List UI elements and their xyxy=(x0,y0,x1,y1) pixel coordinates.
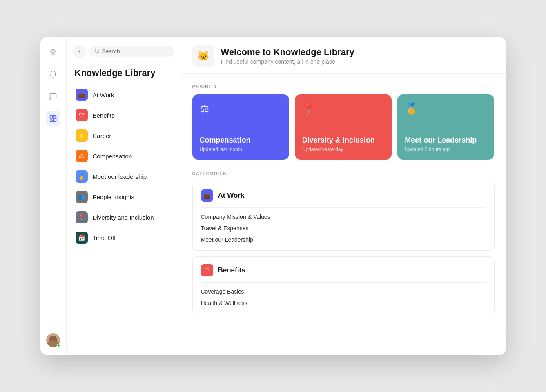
sidebar-item-career[interactable]: ⭐ Career xyxy=(71,126,176,145)
category-links-at-work: Company Mission & ValuesTravel & Expense… xyxy=(201,214,486,243)
search-icon xyxy=(94,48,100,55)
priority-card-leadership[interactable]: 🏅 Meet our Leadership Updated 2 hours ag… xyxy=(397,94,494,160)
app-window: Knowledge Library 💼 At Work 🛡 Benefits ⭐… xyxy=(40,37,506,355)
cat-icon-benefits: 🛡 xyxy=(76,109,88,121)
category-link-at-work-2[interactable]: Meet our Leadership xyxy=(201,236,486,243)
priority-card-icon-leadership: 🏅 xyxy=(405,102,487,115)
sidebar-nav: 💼 At Work 🛡 Benefits ⭐ Career ⚖ Compensa… xyxy=(67,85,181,247)
sidebar-item-benefits[interactable]: 🛡 Benefits xyxy=(71,105,176,125)
header-icon: 🐱 xyxy=(197,50,209,62)
priority-card-icon-compensation: ⚖ xyxy=(200,102,282,115)
sidebar-item-label-timeoff: Time Off xyxy=(93,234,116,241)
sidebar-item-timeoff[interactable]: 📅 Time Off xyxy=(71,228,176,247)
nav-icon-chat[interactable] xyxy=(46,89,60,104)
cat-icon-leadership: 🏅 xyxy=(76,170,88,183)
category-link-at-work-0[interactable]: Company Mission & Values xyxy=(201,214,486,220)
priority-label: PRIORITY xyxy=(192,84,495,89)
priority-card-title-compensation: Compensation xyxy=(200,136,282,145)
priority-cards: ⚖ Compensation Updated last month 📍 Dive… xyxy=(192,94,495,160)
sidebar-item-leadership[interactable]: 🏅 Meet our leadership xyxy=(71,167,176,186)
sidebar-item-label-diversity: Diversity and Inclusion xyxy=(93,214,154,221)
online-indicator xyxy=(57,344,60,347)
sidebar-item-diversity[interactable]: 📍 Diversity and Inclusion xyxy=(71,207,176,227)
svg-rect-2 xyxy=(54,118,56,122)
cat-header-icon-at-work: 💼 xyxy=(201,189,213,202)
priority-card-icon-diversity: 📍 xyxy=(302,102,384,115)
priority-card-title-diversity: Diversity & Inclusion xyxy=(302,136,384,145)
priority-card-title-leadership: Meet our Leadership xyxy=(405,136,487,145)
category-link-at-work-1[interactable]: Travel & Expenses xyxy=(201,225,486,232)
sidebar-item-label-compensation: Compensation xyxy=(93,153,132,160)
svg-rect-1 xyxy=(54,116,56,117)
priority-card-compensation[interactable]: ⚖ Compensation Updated last month xyxy=(192,94,289,160)
sidebar: Knowledge Library 💼 At Work 🛡 Benefits ⭐… xyxy=(67,37,181,355)
cat-icon-at-work: 💼 xyxy=(76,89,88,101)
sidebar-item-label-people: People Insights xyxy=(93,194,135,200)
category-link-benefits-0[interactable]: Coverage Basics xyxy=(201,288,486,295)
sidebar-search-area xyxy=(67,45,181,65)
main-header: 🐱 Welcome to Knowledge Library Find usef… xyxy=(181,37,506,74)
cat-icon-diversity: 📍 xyxy=(76,211,88,223)
main-header-title: Welcome to Knowledge Library xyxy=(221,47,354,58)
cat-icon-people: 👥 xyxy=(76,191,88,203)
category-header-at-work: 💼 At Work xyxy=(201,189,486,208)
sidebar-title: Knowledge Library xyxy=(67,65,181,85)
priority-card-sub-compensation: Updated last month xyxy=(200,147,282,152)
cat-icon-compensation: ⚖ xyxy=(76,150,88,162)
sidebar-item-compensation[interactable]: ⚖ Compensation xyxy=(71,146,176,166)
search-input[interactable] xyxy=(102,48,169,55)
priority-card-sub-leadership: Updated 2 hours ago xyxy=(405,147,487,152)
priority-card-sub-diversity: Updated yesterday xyxy=(302,147,384,152)
sidebar-item-at-work[interactable]: 💼 At Work xyxy=(71,85,176,105)
category-link-benefits-1[interactable]: Health & Wellness xyxy=(201,300,486,306)
priority-card-diversity[interactable]: 📍 Diversity & Inclusion Updated yesterda… xyxy=(295,94,392,160)
nav-icon-bell[interactable] xyxy=(46,67,60,82)
category-header-benefits: 🛡 Benefits xyxy=(201,264,486,283)
sidebar-item-label-career: Career xyxy=(93,132,111,139)
back-button[interactable] xyxy=(73,45,86,58)
svg-rect-3 xyxy=(50,120,53,121)
sidebar-item-label-leadership: Meet our leadership xyxy=(93,173,147,180)
categories-label: CATEGORIES xyxy=(192,171,495,176)
nav-icon-library[interactable] xyxy=(46,111,60,126)
content-area: PRIORITY ⚖ Compensation Updated last mon… xyxy=(181,74,506,324)
category-header-title-at-work: At Work xyxy=(218,192,245,200)
category-card-at-work: 💼 At Work Company Mission & ValuesTravel… xyxy=(192,182,495,251)
sidebar-item-people[interactable]: 👥 People Insights xyxy=(71,187,176,207)
header-icon-box: 🐱 xyxy=(192,45,214,67)
category-links-benefits: Coverage BasicsHealth & Wellness xyxy=(201,288,486,306)
cat-header-icon-benefits: 🛡 xyxy=(201,264,213,276)
category-card-benefits: 🛡 Benefits Coverage BasicsHealth & Welln… xyxy=(192,256,495,314)
icon-rail xyxy=(40,37,67,355)
sidebar-item-label-at-work: At Work xyxy=(93,91,114,98)
cat-icon-career: ⭐ xyxy=(76,129,88,142)
nav-icon-home[interactable] xyxy=(46,45,60,60)
categories-section: 💼 At Work Company Mission & ValuesTravel… xyxy=(192,182,495,314)
main-content: 🐱 Welcome to Knowledge Library Find usef… xyxy=(181,37,506,355)
main-header-subtitle: Find useful company content, all in one … xyxy=(221,58,354,65)
svg-rect-0 xyxy=(50,116,53,119)
sidebar-item-label-benefits: Benefits xyxy=(93,112,115,119)
svg-point-4 xyxy=(95,49,98,53)
category-header-title-benefits: Benefits xyxy=(218,266,245,274)
search-box xyxy=(89,46,174,57)
user-avatar-small[interactable] xyxy=(46,333,60,347)
cat-icon-timeoff: 📅 xyxy=(76,232,88,244)
